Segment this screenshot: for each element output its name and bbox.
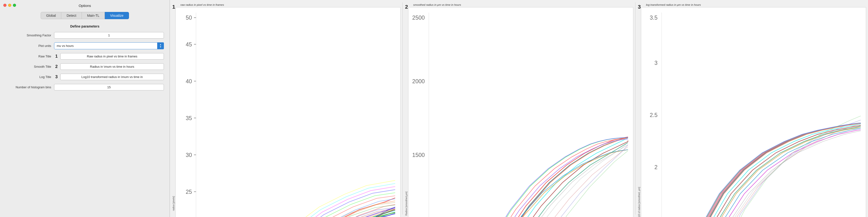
smoothing-factor-label: Smoothing Factor (6, 33, 51, 37)
chart-panel-1: 1 raw radius in pixel vs time in frames … (170, 2, 402, 215)
chart-1-title: raw radius in pixel vs time in frames (180, 3, 401, 6)
svg-text:40: 40 (186, 78, 192, 85)
raw-title-input[interactable] (60, 53, 164, 60)
raw-title-row: Raw Title 1 (6, 53, 164, 60)
chart-1-inner: 0 5 10 15 20 25 30 35 (175, 7, 401, 217)
chart-3-y-label: log10 of radius [smoothed, μm] (638, 7, 641, 217)
tab-main-tl[interactable]: Main-TL (82, 12, 105, 19)
form-area: Smoothing Factor Plot units mu vs hours … (0, 32, 169, 90)
smooth-title-row: Smooth Title 2 (6, 63, 164, 70)
window-title: Options (79, 4, 91, 8)
chart-2-title: smoothed radius in μm vs time in hours (413, 3, 633, 6)
svg-text:45: 45 (186, 41, 192, 48)
chart-1-svg: 0 5 10 15 20 25 30 35 (176, 7, 400, 217)
chart-2-svg: 0 500 1000 1500 2000 2500 0 10 20 30 40 … (408, 7, 633, 217)
traffic-lights (3, 4, 16, 7)
left-panel: Options Global Detect Main-TL Visualize … (0, 0, 170, 217)
histogram-bins-row: Number of histogram bins (6, 84, 164, 90)
svg-text:2500: 2500 (412, 14, 425, 21)
svg-text:3.5: 3.5 (650, 14, 658, 21)
charts-area: 1 raw radius in pixel vs time in frames … (170, 0, 868, 217)
chart-3-title: log transformed radius in μm vs time in … (646, 3, 866, 6)
section-title: Define parameters (0, 24, 169, 28)
titlebar: Options (0, 0, 169, 10)
chart-2-inner: 0 500 1000 1500 2000 2500 0 10 20 30 40 … (408, 7, 633, 217)
chart-3-container: 0 0.5 1 1.5 2 2.5 3 3.5 0 10 20 30 40 (641, 7, 866, 217)
minimize-button[interactable] (8, 4, 11, 7)
histogram-bins-label: Number of histogram bins (6, 85, 51, 89)
svg-text:50: 50 (186, 14, 192, 21)
chart-1-outer: radius [pixels] 0 5 10 15 (172, 7, 401, 217)
smoothing-factor-row: Smoothing Factor (6, 32, 164, 38)
log-title-input[interactable] (60, 74, 164, 80)
chart-1-y-label: radius [pixels] (172, 7, 175, 217)
plot-units-select-wrapper: mu vs hours pixels vs frames ▲ ▼ (54, 42, 164, 49)
log-title-number: 3 (54, 74, 59, 80)
plot-units-row: Plot units mu vs hours pixels vs frames … (6, 42, 164, 49)
chart-3-inner: 0 0.5 1 1.5 2 2.5 3 3.5 0 10 20 30 40 (641, 7, 866, 217)
svg-text:35: 35 (186, 115, 192, 121)
smooth-title-number: 2 (54, 64, 59, 69)
chart-3-svg: 0 0.5 1 1.5 2 2.5 3 3.5 0 10 20 30 40 (641, 7, 866, 217)
svg-text:2000: 2000 (412, 78, 425, 85)
log-title-numbered: 3 (54, 74, 164, 80)
smoothing-factor-input[interactable] (54, 32, 164, 38)
tab-visualize[interactable]: Visualize (105, 12, 129, 19)
svg-text:25: 25 (186, 189, 192, 195)
maximize-button[interactable] (13, 4, 16, 7)
chart-3-outer: log10 of radius [smoothed, μm] 0 0.5 1 1… (638, 7, 866, 217)
svg-text:30: 30 (186, 152, 192, 158)
raw-title-numbered: 1 (54, 53, 164, 60)
tab-bar: Global Detect Main-TL Visualize (0, 10, 169, 22)
chart-2-outer: Radius [smoothed,μm] 0 500 1000 1500 200… (405, 7, 633, 217)
chart-panel-3: 3 log transformed radius in μm vs time i… (635, 2, 868, 215)
svg-text:2: 2 (654, 164, 657, 170)
histogram-bins-input[interactable] (54, 84, 164, 90)
chart-2-y-label: Radius [smoothed,μm] (405, 7, 408, 217)
chart-panel-2: 2 smoothed radius in μm vs time in hours… (402, 2, 635, 215)
log-title-label: Log Title (6, 75, 51, 79)
tab-detect[interactable]: Detect (61, 12, 82, 19)
plot-units-label: Plot units (6, 44, 51, 48)
log-title-row: Log Title 3 (6, 74, 164, 80)
raw-title-number: 1 (54, 54, 59, 59)
close-button[interactable] (3, 4, 6, 7)
plot-units-select[interactable]: mu vs hours pixels vs frames (54, 42, 164, 49)
chart-1-container: 0 5 10 15 20 25 30 35 (175, 7, 401, 217)
smooth-title-numbered: 2 (54, 63, 164, 70)
svg-text:3: 3 (654, 60, 657, 66)
smooth-title-input[interactable] (60, 63, 164, 70)
smooth-title-label: Smooth Title (6, 65, 51, 68)
svg-text:1500: 1500 (412, 152, 425, 158)
raw-title-label: Raw Title (6, 55, 51, 58)
chart-2-container: 0 500 1000 1500 2000 2500 0 10 20 30 40 … (408, 7, 633, 217)
svg-text:2.5: 2.5 (650, 112, 658, 118)
tab-global[interactable]: Global (41, 12, 61, 19)
